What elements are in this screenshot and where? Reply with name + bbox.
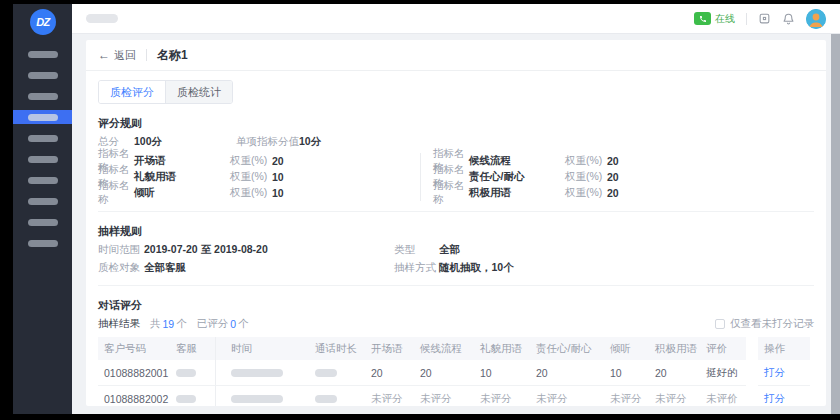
score-cell: 未评分: [414, 386, 474, 406]
scrollbar[interactable]: [831, 34, 840, 414]
type-label: 类型: [394, 243, 439, 257]
sidebar-item-active[interactable]: [13, 110, 72, 124]
sidebar-item[interactable]: [13, 131, 72, 145]
indicator-label: 指标名称: [98, 179, 134, 207]
indicator-column-right: 指标名称 候线流程 权重(%) 20 指标名称 责任心/耐心 权重(%) 20 …: [420, 153, 619, 201]
filter-label: 仅查看未打分记录: [730, 317, 814, 331]
sidebar-item[interactable]: [13, 194, 72, 208]
col-header: 开场语: [365, 337, 414, 360]
bell-icon[interactable]: [782, 12, 795, 25]
total-count: 19: [163, 318, 175, 330]
time-cell: [216, 360, 309, 386]
weight-label: 权重(%): [230, 186, 272, 200]
weight-label: 权重(%): [565, 154, 607, 168]
section-title-score-rules: 评分规则: [98, 116, 814, 131]
scored-label: 已评分: [197, 317, 229, 331]
indicator-row: 指标名称 礼貌用语 权重(%) 10: [98, 169, 358, 184]
redacted-duration: [315, 369, 337, 377]
online-label: 在线: [715, 12, 735, 26]
phone-icon: [694, 12, 711, 25]
sidebar-item[interactable]: [13, 47, 72, 61]
redacted-time: [231, 395, 283, 403]
app-logo[interactable]: DZ: [30, 9, 56, 35]
back-label: 返回: [114, 48, 136, 63]
score-cell: 20: [530, 360, 604, 386]
indicator-name: 开场语: [134, 154, 230, 168]
total-prefix: 共: [150, 317, 161, 331]
redacted-label: [28, 114, 58, 121]
redacted-label: [28, 219, 58, 226]
weight-value: 10: [272, 187, 284, 199]
score-cell: 20: [649, 360, 700, 386]
score-cell: 未评分: [604, 386, 649, 406]
evaluation-cell: 未评价: [700, 386, 746, 406]
indicator-column-left: 指标名称 开场语 权重(%) 20 指标名称 礼貌用语 权重(%) 10 指标名…: [98, 153, 358, 201]
sample-result-label: 抽样结果: [98, 317, 140, 331]
phone-cell: 01088882002: [98, 386, 170, 406]
agent-cell: [170, 360, 216, 386]
time-cell: [216, 386, 309, 406]
checkbox-unscored[interactable]: [715, 319, 725, 329]
page-title: 名称1: [157, 47, 188, 64]
sample-method-label: 抽样方式: [394, 261, 439, 275]
score-cell: 未评分: [365, 386, 414, 406]
sidebar: DZ: [13, 4, 72, 414]
single-score-label: 单项指标分值: [236, 135, 299, 149]
weight-value: 20: [607, 171, 619, 183]
weight-label: 权重(%): [230, 154, 272, 168]
redacted-agent: [176, 395, 196, 403]
sidebar-nav: [13, 40, 72, 250]
indicator-name: 责任心/耐心: [469, 170, 565, 184]
column-gap: [746, 360, 758, 386]
indicator-name: 礼貌用语: [134, 170, 230, 184]
divider: [146, 49, 147, 61]
tab-quality-stats[interactable]: 质检统计: [166, 81, 232, 103]
tab-quality-score[interactable]: 质检评分: [99, 81, 166, 103]
col-header: 客服: [170, 337, 216, 360]
user-avatar[interactable]: [806, 9, 826, 29]
app-window: DZ 在线: [13, 4, 840, 414]
console-icon[interactable]: [758, 12, 771, 25]
redacted-label: [28, 198, 58, 205]
column-gap: [746, 386, 758, 406]
weight-value: 20: [272, 155, 284, 167]
redacted-agent: [176, 369, 196, 377]
indicator-name: 积极用语: [469, 186, 565, 200]
back-arrow-icon: ←: [98, 49, 110, 61]
redacted-label: [28, 93, 58, 100]
sidebar-item[interactable]: [13, 68, 72, 82]
agent-cell: [170, 386, 216, 406]
col-header: 评价: [700, 337, 746, 360]
score-action-link[interactable]: 打分: [764, 392, 785, 406]
sidebar-item[interactable]: [13, 152, 72, 166]
qa-object-value: 全部客服: [144, 261, 294, 275]
weight-label: 权重(%): [230, 170, 272, 184]
redacted-label: [28, 240, 58, 247]
table-row[interactable]: 01088882002 未评分 未评分 未评分 未评分 未评分 未评分 未评价 …: [98, 386, 814, 406]
weight-value: 20: [607, 155, 619, 167]
top-bar: 在线: [72, 4, 840, 34]
score-cell: 未评分: [530, 386, 604, 406]
phone-cell: 01088882001: [98, 360, 170, 386]
indicator-row: 指标名称 开场语 权重(%) 20: [98, 153, 358, 168]
sidebar-item[interactable]: [13, 173, 72, 187]
col-header: 通话时长: [309, 337, 365, 360]
score-cell: 10: [604, 360, 649, 386]
redacted-duration: [315, 395, 337, 403]
weight-label: 权重(%): [565, 186, 607, 200]
main-card: ← 返回 名称1 质检评分 质检统计 评分规则 总分 100分 单项指标分值 1…: [86, 40, 826, 406]
col-header: 时间: [216, 337, 309, 360]
evaluation-cell: 挺好的: [700, 360, 746, 386]
online-status[interactable]: 在线: [694, 12, 735, 26]
redacted-label: [28, 177, 58, 184]
col-header: 操作: [758, 337, 810, 360]
back-button[interactable]: ← 返回: [98, 48, 136, 63]
type-value: 全部: [439, 243, 460, 257]
filter-unscored-toggle[interactable]: 仅查看未打分记录: [715, 317, 814, 331]
score-action-link[interactable]: 打分: [764, 366, 785, 380]
table-row[interactable]: 01088882001 20 20 10 20 10 20 挺好的 打分: [98, 360, 814, 386]
sidebar-item[interactable]: [13, 215, 72, 229]
weight-label: 权重(%): [565, 170, 607, 184]
sidebar-item[interactable]: [13, 236, 72, 250]
sidebar-item[interactable]: [13, 89, 72, 103]
